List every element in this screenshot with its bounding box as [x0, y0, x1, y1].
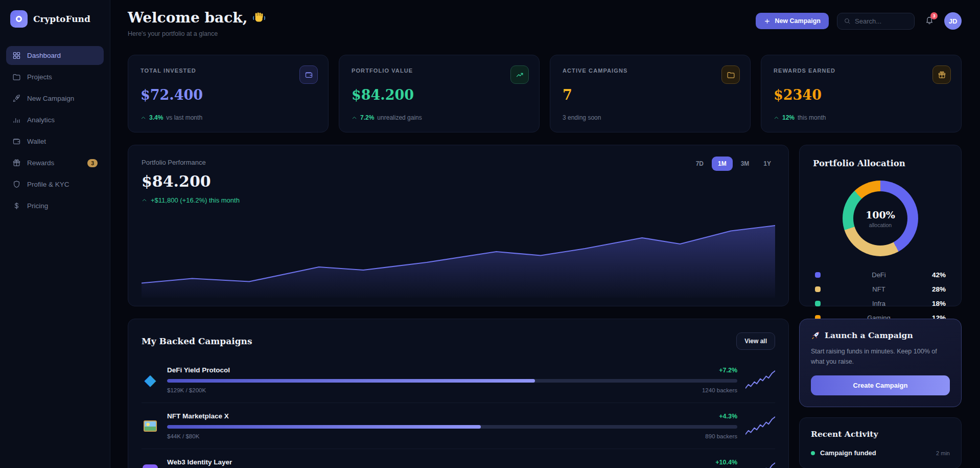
backed-campaigns-card: My Backed Campaigns View all ◆ DeFi Yiel…: [128, 319, 789, 468]
stat-delta: 7.2%: [360, 114, 374, 121]
page-subtitle: Here's your portfolio at a glance: [128, 30, 266, 37]
stat-label: ACTIVE CAMPAIGNS: [563, 68, 738, 74]
view-all-button[interactable]: View all: [736, 332, 775, 350]
sidebar-item-label: Dashboard: [27, 52, 61, 59]
bar-chart-icon: [12, 116, 21, 124]
sidebar-item-wallet[interactable]: Wallet: [6, 132, 104, 151]
legend-value: 18%: [932, 300, 946, 307]
campaign-backers: 1240 backers: [702, 387, 737, 393]
search-input[interactable]: [855, 17, 908, 25]
campaign-row[interactable]: NFT Marketplace X +4.3% $44K / $80K 890 …: [142, 403, 775, 449]
brand-logo: CryptoFund: [6, 7, 104, 31]
launch-body: Start raising funds in minutes. Keep 100…: [811, 346, 950, 367]
progress-bar: [167, 379, 737, 383]
sparkline-chart: [745, 369, 775, 391]
legend-row: NFT 28%: [813, 282, 948, 296]
activity-item[interactable]: Campaign funded 2 min: [811, 449, 950, 457]
stat-card-rewards-earned: REWARDS EARNED $2340 12% this month: [761, 55, 962, 132]
new-campaign-button[interactable]: New Campaign: [756, 13, 829, 29]
stat-sub: 12% this month: [774, 114, 949, 121]
stat-label: PORTFOLIO VALUE: [352, 68, 527, 74]
avatar[interactable]: JD: [944, 12, 962, 30]
folder-icon: [721, 65, 740, 84]
campaign-row[interactable]: ◆ DeFi Yield Protocol +7.2% $129K / $200…: [142, 357, 775, 403]
gift-icon: [932, 65, 951, 84]
range-3m[interactable]: 3M: [735, 157, 756, 171]
notifications-button[interactable]: 3: [923, 13, 936, 29]
stat-card-total-invested: TOTAL INVESTED $72.400 3.4% vs last mont…: [128, 55, 329, 132]
rocket-icon: [811, 331, 820, 340]
range-1y[interactable]: 1Y: [757, 157, 777, 171]
trend-up-icon: [774, 115, 779, 121]
brand-name: CryptoFund: [33, 14, 90, 24]
gift-icon: [12, 159, 21, 167]
page-header: Welcome back, Here's your portfolio at a…: [128, 9, 962, 37]
sidebar-item-label: Pricing: [27, 202, 48, 210]
campaign-name: DeFi Yield Protocol: [167, 366, 230, 374]
search-box[interactable]: [837, 13, 915, 30]
progress-bar: [167, 425, 737, 429]
sidebar-item-new-campaign[interactable]: New Campaign: [6, 89, 104, 108]
campaigns-title: My Backed Campaigns: [142, 336, 252, 346]
wave-hand-icon: [252, 11, 266, 25]
sidebar-item-label: Rewards: [27, 159, 54, 167]
campaign-name: NFT Marketplace X: [167, 412, 229, 420]
sidebar-item-profile-kyc[interactable]: Profile & KYC: [6, 175, 104, 194]
new-campaign-label: New Campaign: [775, 17, 821, 25]
legend-row: DeFi 42%: [813, 268, 948, 282]
launch-title: Launch a Campaign: [811, 330, 950, 340]
trend-up-icon: [141, 115, 146, 121]
sidebar-item-projects[interactable]: Projects: [6, 68, 104, 86]
activity-label: Campaign funded: [820, 449, 931, 457]
id-badge-icon: ID: [142, 463, 159, 468]
stat-label: REWARDS EARNED: [774, 68, 949, 74]
stat-note: 3 ending soon: [563, 114, 601, 121]
stat-sub: 3.4% vs last month: [141, 114, 316, 121]
sidebar-item-label: Wallet: [27, 138, 46, 145]
legend-dot: [815, 301, 821, 306]
legend-label: DeFi: [826, 271, 932, 279]
donut-center-label: allocation: [869, 222, 892, 228]
stat-value: $2340: [774, 87, 949, 103]
activity-time: 2 min: [936, 450, 950, 456]
stat-value: $72.400: [141, 87, 316, 103]
sidebar-item-label: Projects: [27, 73, 52, 81]
stat-note: this month: [798, 114, 826, 121]
stat-card-portfolio-value: PORTFOLIO VALUE $84.200 7.2% unrealized …: [339, 55, 540, 132]
sidebar-item-analytics[interactable]: Analytics: [6, 110, 104, 129]
sidebar-item-dashboard[interactable]: Dashboard: [6, 46, 104, 65]
legend-row: Infra 18%: [813, 296, 948, 310]
stat-delta: 12%: [782, 114, 795, 121]
brand-logo-icon: [10, 10, 28, 28]
grid-icon: [12, 51, 21, 60]
stat-label: TOTAL INVESTED: [141, 68, 316, 74]
campaign-row[interactable]: ID Web3 Identity Layer +10.4% $9K / $50K…: [142, 449, 775, 468]
trend-up-icon: [142, 197, 147, 203]
performance-line-chart: [142, 221, 775, 298]
greeting-text: Welcome back,: [128, 9, 247, 26]
allocation-donut: 100% allocation: [843, 181, 918, 256]
chart-title: Portfolio Performance: [142, 159, 775, 166]
plus-icon: [764, 18, 771, 25]
chart-delta: +$11,800 (+16.2%) this month: [142, 196, 775, 204]
create-campaign-button[interactable]: Create Campaign: [811, 375, 950, 395]
sparkline-chart: [745, 461, 775, 468]
stat-sub: 3 ending soon: [563, 114, 738, 121]
launch-campaign-card: Launch a Campaign Start raising funds in…: [799, 319, 962, 407]
portfolio-allocation-card: Portfolio Allocation 100% allocation DeF…: [799, 145, 962, 306]
wallet-icon: [12, 137, 21, 146]
range-1m[interactable]: 1M: [712, 157, 733, 171]
campaign-backers: 890 backers: [705, 433, 737, 439]
stat-value: 7: [563, 87, 738, 103]
sidebar-item-rewards[interactable]: Rewards 3: [6, 153, 104, 172]
chart-delta-text: +$11,800 (+16.2%) this month: [151, 196, 240, 204]
stat-sub: 7.2% unrealized gains: [352, 114, 527, 121]
trend-up-icon: [352, 115, 357, 121]
legend-dot: [815, 286, 821, 292]
stat-delta: 3.4%: [149, 114, 163, 121]
sidebar-item-pricing[interactable]: Pricing: [6, 196, 104, 215]
stats-row: TOTAL INVESTED $72.400 3.4% vs last mont…: [128, 55, 962, 132]
recent-activity-card: Recent Activity Campaign funded 2 min: [799, 417, 962, 468]
range-7d[interactable]: 7D: [690, 157, 710, 171]
launch-title-text: Launch a Campaign: [825, 330, 913, 340]
